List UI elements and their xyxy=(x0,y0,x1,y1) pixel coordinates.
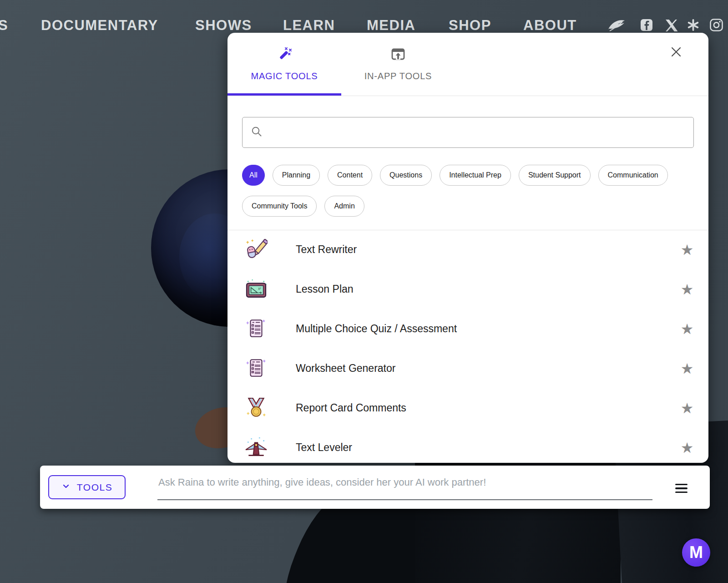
magic-wand-icon xyxy=(276,46,293,65)
nav-item-shop[interactable]: SHOP xyxy=(449,17,491,34)
nav-item-media[interactable]: MEDIA xyxy=(367,17,415,34)
tools-dropdown-button[interactable]: TOOLS xyxy=(48,475,126,499)
favorite-star-icon[interactable]: ★ xyxy=(679,282,695,297)
magicschool-logo-button[interactable]: M xyxy=(682,538,710,567)
quiz-icon xyxy=(245,318,268,340)
favorite-star-icon[interactable]: ★ xyxy=(679,243,695,257)
close-icon[interactable] xyxy=(670,46,682,58)
filter-chip-all[interactable]: All xyxy=(242,165,265,186)
modal-tabs: MAGIC TOOLS IN-APP TOOLS xyxy=(228,33,455,96)
filter-chips: All Planning Content Questions Intellect… xyxy=(242,165,694,217)
favorite-star-icon[interactable]: ★ xyxy=(679,441,695,455)
window-upload-icon xyxy=(390,46,406,65)
nav-item-about[interactable]: ABOUT xyxy=(523,17,577,34)
filter-chip-intellectual-prep[interactable]: Intellectual Prep xyxy=(440,165,511,186)
chevron-down-icon xyxy=(61,482,71,493)
filter-chip-planning[interactable]: Planning xyxy=(273,165,320,186)
nav-item-cutoff[interactable]: S xyxy=(0,17,8,34)
tool-row-worksheet-generator[interactable]: Worksheet Generator ★ xyxy=(228,349,708,388)
tool-name: Lesson Plan xyxy=(296,283,354,295)
lesson-plan-icon: x² xyxy=(245,278,268,301)
tool-name: Report Card Comments xyxy=(296,402,406,414)
tool-list: Text Rewriter ★ x² Lesson Plan ★ xyxy=(228,230,708,463)
facebook-icon[interactable] xyxy=(640,19,653,31)
divider xyxy=(228,96,708,96)
medal-icon xyxy=(245,397,268,420)
tool-name: Text Leveler xyxy=(296,441,352,454)
tool-row-text-leveler[interactable]: Text Leveler ★ xyxy=(228,428,708,463)
favorite-star-icon[interactable]: ★ xyxy=(679,361,695,376)
nav-item-documentary[interactable]: DOCUMENTARY xyxy=(41,17,158,34)
raina-prompt-input[interactable] xyxy=(157,466,652,500)
filter-chip-admin[interactable]: Admin xyxy=(324,196,364,217)
x-icon[interactable] xyxy=(665,20,678,31)
instagram-icon[interactable] xyxy=(710,19,723,31)
asterisk-icon[interactable] xyxy=(687,19,699,31)
logo-letter: M xyxy=(689,543,703,562)
page: S DOCUMENTARY SHOWS LEARN MEDIA SHOP ABO… xyxy=(0,0,728,583)
tool-row-report-card-comments[interactable]: Report Card Comments ★ xyxy=(228,388,708,428)
tool-row-lesson-plan[interactable]: x² Lesson Plan ★ xyxy=(228,269,708,309)
menu-icon[interactable] xyxy=(675,484,688,493)
filter-chip-questions[interactable]: Questions xyxy=(380,165,432,186)
search-input[interactable] xyxy=(269,127,685,138)
text-leveler-icon xyxy=(245,436,268,459)
filter-chip-student-support[interactable]: Student Support xyxy=(519,165,591,186)
tool-row-multiple-choice-quiz[interactable]: Multiple Choice Quiz / Assessment ★ xyxy=(228,309,708,349)
filter-chip-content[interactable]: Content xyxy=(328,165,372,186)
favorite-star-icon[interactable]: ★ xyxy=(679,322,695,336)
magic-tools-modal: MAGIC TOOLS IN-APP TOOLS xyxy=(228,33,708,463)
tool-name: Worksheet Generator xyxy=(296,362,395,375)
tab-label: IN-APP TOOLS xyxy=(364,71,432,81)
tool-row-text-rewriter[interactable]: Text Rewriter ★ xyxy=(228,230,708,269)
tab-label: MAGIC TOOLS xyxy=(251,71,318,81)
search-icon xyxy=(251,126,263,139)
text-rewriter-icon xyxy=(245,238,268,261)
filter-chip-communication[interactable]: Communication xyxy=(598,165,668,186)
tool-name: Multiple Choice Quiz / Assessment xyxy=(296,323,457,335)
worksheet-icon xyxy=(245,357,268,380)
tool-name: Text Rewriter xyxy=(296,243,357,256)
favorite-star-icon[interactable]: ★ xyxy=(679,401,695,416)
tools-button-label: TOOLS xyxy=(77,482,112,493)
bird-icon[interactable] xyxy=(607,18,626,33)
nav-item-shows[interactable]: SHOWS xyxy=(195,17,252,34)
tab-in-app-tools[interactable]: IN-APP TOOLS xyxy=(341,33,455,96)
tab-magic-tools[interactable]: MAGIC TOOLS xyxy=(228,33,341,96)
assistant-bar: TOOLS xyxy=(40,466,710,509)
filter-chip-community-tools[interactable]: Community Tools xyxy=(242,196,317,217)
svg-text:x²: x² xyxy=(258,286,261,291)
nav-item-learn[interactable]: LEARN xyxy=(283,17,335,34)
tool-search-box xyxy=(242,117,694,148)
